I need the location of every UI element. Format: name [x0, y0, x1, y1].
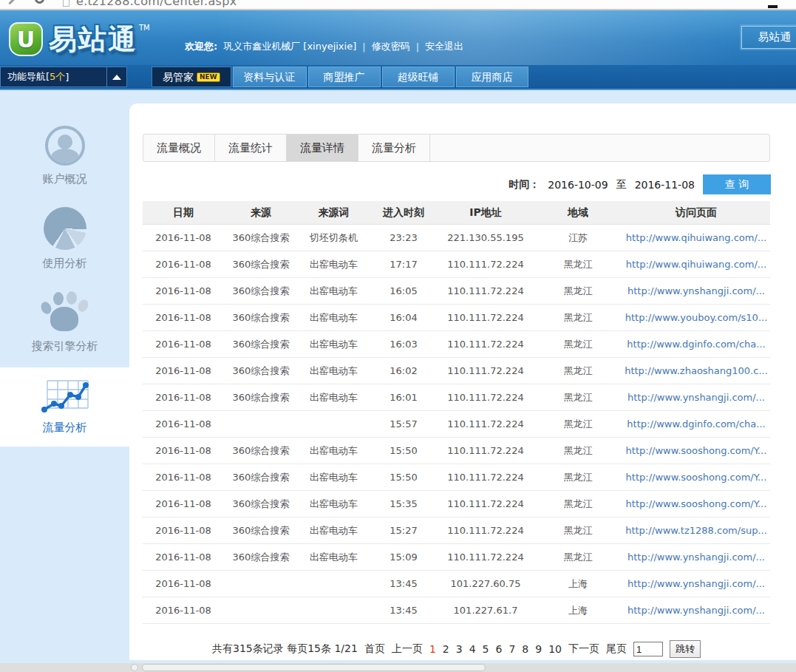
end-date-field[interactable]: 2016-11-08: [635, 179, 695, 191]
tab-traffic-overview[interactable]: 流量概况: [143, 135, 215, 161]
nav-item-yiguanjia[interactable]: 易管家 NEW: [152, 67, 231, 87]
visit-page-link[interactable]: http://www.qihuiwang.com/...: [622, 232, 770, 243]
sidebar-item-search-engine-analysis[interactable]: 搜索引擎分析: [0, 291, 129, 353]
table-cell: 13:45: [370, 605, 438, 616]
visit-page-link[interactable]: http://www.qihuiwang.com/...: [622, 259, 770, 270]
visit-page-link[interactable]: http://www.zhaoshang100.c...: [622, 365, 770, 376]
table-row: 2016-11-08360综合搜索出窑电动车16:05110.111.72.22…: [143, 278, 770, 305]
table-cell: 110.111.72.224: [438, 285, 534, 296]
tab-traffic-stats[interactable]: 流量统计: [215, 135, 287, 161]
table-cell: 黑龙江: [534, 471, 622, 484]
tab-traffic-analysis[interactable]: 流量分析: [358, 135, 430, 161]
sidebar-item-label: 搜索引擎分析: [32, 339, 98, 353]
next-page-link[interactable]: 下一页: [568, 642, 599, 656]
visit-page-link[interactable]: http://www.ynshangji.com/...: [622, 605, 770, 616]
table-row: 2016-11-08360综合搜索出窑电动车16:04110.111.72.22…: [143, 305, 770, 331]
scrollbar-thumb[interactable]: [142, 664, 486, 671]
sidebar-item-traffic-analysis[interactable]: 流量分析: [0, 367, 129, 447]
change-password-link[interactable]: 修改密码: [372, 40, 410, 53]
query-button[interactable]: 查 询: [703, 174, 771, 194]
table-cell: 2016-11-08: [143, 232, 224, 243]
nav-item-alliance-promo[interactable]: 商盟推广: [308, 67, 381, 87]
visit-page-link[interactable]: http://www.tz1288.com/sup...: [622, 525, 770, 536]
logo-trademark: TM: [139, 24, 150, 32]
record-summary: 共有315条记录 每页15条 1/21: [212, 642, 358, 656]
nav-item-app-store[interactable]: 应用商店: [456, 67, 528, 87]
horizontal-scrollbar[interactable]: [0, 663, 796, 672]
table-cell: 110.111.72.224: [438, 418, 534, 430]
nav-item-label: 应用商店: [472, 67, 513, 86]
chevron-up-icon: [112, 75, 121, 80]
page-number-link[interactable]: 4: [469, 643, 476, 655]
page-number-link[interactable]: 6: [495, 643, 502, 655]
dropdown-arrow-box[interactable]: [106, 67, 126, 86]
table-cell: 110.111.72.224: [438, 365, 534, 376]
table-cell: 360综合搜索: [224, 338, 298, 351]
table-cell: 15:50: [370, 472, 438, 483]
page-number-link[interactable]: 3: [456, 643, 463, 655]
visit-page-link[interactable]: http://www.ynshangji.com/...: [622, 578, 770, 589]
jump-page-input[interactable]: [633, 642, 663, 656]
visit-page-link[interactable]: http://www.dginfo.com/cha...: [622, 418, 770, 430]
last-page-link[interactable]: 尾页: [606, 642, 627, 656]
page-number-link[interactable]: 1: [429, 643, 436, 655]
table-cell: 出窑电动车: [298, 364, 370, 378]
first-page-link[interactable]: 首页: [364, 642, 385, 656]
visit-page-link[interactable]: http://www.dginfo.com/cha...: [622, 339, 770, 350]
page-number-link[interactable]: 8: [522, 643, 528, 655]
table-row: 2016-11-08360综合搜索出窑电动车15:35110.111.72.22…: [143, 491, 770, 517]
date-filter: 时间： 2016-10-09 至 2016-11-08 查 询: [508, 174, 771, 194]
reload-icon[interactable]: [35, 0, 44, 4]
page-number-link[interactable]: 7: [508, 643, 515, 655]
prev-page-link[interactable]: 上一页: [392, 642, 423, 656]
page-number-link[interactable]: 2: [443, 643, 449, 655]
visit-page-link[interactable]: http://www.sooshong.com/Y...: [622, 445, 770, 456]
table-cell: 黑龙江: [534, 524, 622, 537]
separator: |: [416, 41, 419, 52]
sidebar-item-usage-analysis[interactable]: 使用分析: [0, 207, 129, 271]
table-cell: 15:50: [370, 445, 438, 456]
logout-link[interactable]: 安全退出: [425, 40, 463, 53]
scrollbar-fragment[interactable]: [131, 664, 138, 671]
function-nav-dropdown[interactable]: 功能导航[5个]: [0, 67, 127, 87]
table-cell: 出窑电动车: [298, 524, 370, 537]
start-date-field[interactable]: 2016-10-09: [548, 179, 608, 191]
jump-button[interactable]: 跳转: [670, 640, 701, 658]
page-number-link[interactable]: 5: [483, 643, 489, 655]
visit-page-link[interactable]: http://www.youboy.com/s10...: [622, 312, 770, 323]
page-numbers: 12345678910: [429, 643, 562, 655]
page-number-link[interactable]: 10: [548, 643, 562, 655]
visit-page-link[interactable]: http://www.sooshong.com/Y...: [622, 498, 770, 509]
nav-item-credentials[interactable]: 资料与认证: [233, 67, 307, 87]
main-navbar: 功能导航[5个] 易管家 NEW 资料与认证 商盟推广 超级旺铺 应用商店: [0, 65, 796, 90]
nav-item-super-shop[interactable]: 超级旺铺: [382, 67, 455, 87]
column-header: 进入时刻: [370, 206, 438, 220]
visit-page-link[interactable]: http://www.ynshangji.com/...: [622, 551, 770, 563]
new-badge: NEW: [197, 72, 220, 82]
sidebar-item-label: 流量分析: [43, 421, 87, 435]
table-row: 2016-11-08360综合搜索切坯切条机23:23221.130.55.19…: [143, 225, 770, 251]
table-cell: 2016-11-08: [143, 418, 224, 430]
table-cell: 360综合搜索: [224, 498, 298, 511]
table-cell: 2016-11-08: [143, 312, 224, 323]
table-cell: 出窑电动车: [298, 311, 370, 325]
table-cell: 2016-11-08: [143, 525, 224, 536]
table-cell: 360综合搜索: [224, 285, 298, 298]
dropdown-label: 功能导航[: [7, 70, 50, 84]
table-cell: 切坯切条机: [298, 231, 370, 245]
table-cell: 221.130.55.195: [438, 232, 534, 243]
logo[interactable]: U 易站通 TM: [9, 21, 150, 58]
table-cell: 黑龙江: [534, 258, 622, 271]
visit-page-link[interactable]: http://www.ynshangji.com/...: [622, 392, 770, 403]
forward-icon[interactable]: [4, 0, 16, 4]
visit-page-link[interactable]: http://www.sooshong.com/Y...: [622, 472, 770, 483]
yizhantong-home-button[interactable]: 易站通: [741, 26, 796, 49]
sidebar-item-account-overview[interactable]: 账户概况: [0, 126, 129, 186]
dropdown-label-end: ]: [65, 72, 69, 83]
tab-traffic-details[interactable]: 流量详情: [287, 135, 358, 161]
table-cell: 101.227.60.75: [438, 578, 534, 589]
table-cell: 黑龙江: [534, 364, 622, 378]
url-text[interactable]: e.tz1288.com/Center.aspx: [76, 0, 237, 8]
visit-page-link[interactable]: http://www.ynshangji.com/...: [622, 285, 770, 296]
page-number-link[interactable]: 9: [535, 643, 542, 655]
